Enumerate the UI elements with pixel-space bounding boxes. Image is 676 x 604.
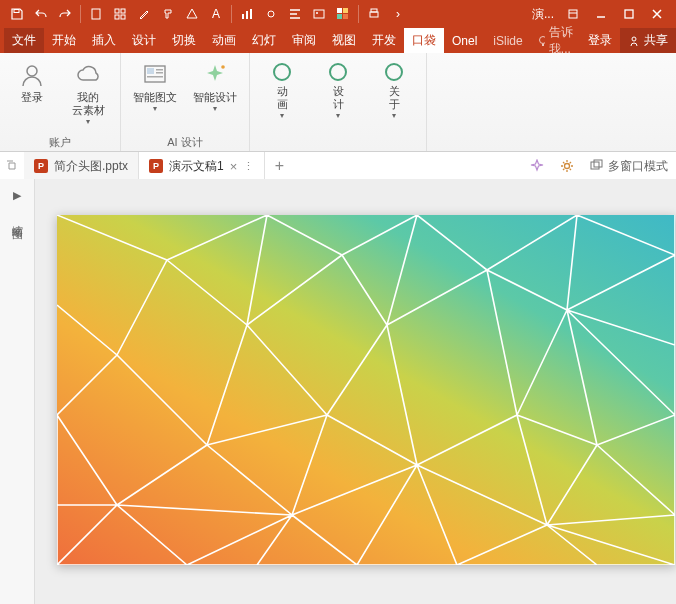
save-icon[interactable] bbox=[6, 3, 28, 25]
svg-rect-23 bbox=[147, 68, 154, 74]
chevron-down-icon: ▾ bbox=[280, 111, 284, 120]
doctab-1[interactable]: P 简介头图.pptx bbox=[24, 152, 139, 180]
svg-point-31 bbox=[565, 164, 570, 169]
svg-point-10 bbox=[316, 12, 318, 14]
print-icon[interactable] bbox=[363, 3, 385, 25]
ribbon-group-tools: 动 画 ▾ 设 计 ▾ 关 于 ▾ bbox=[250, 53, 427, 151]
qat-separator bbox=[80, 5, 81, 23]
doctab-1-label: 简介头图.pptx bbox=[54, 158, 128, 175]
minimize-icon[interactable] bbox=[588, 2, 614, 26]
align-icon[interactable] bbox=[284, 3, 306, 25]
undo-icon[interactable] bbox=[30, 3, 52, 25]
multi-window-button[interactable]: 多窗口模式 bbox=[582, 152, 676, 180]
tab-insert[interactable]: 插入 bbox=[84, 28, 124, 53]
smart-design-button[interactable]: 智能设计 ▾ bbox=[187, 57, 243, 117]
tab-home[interactable]: 开始 bbox=[44, 28, 84, 53]
add-tab-button[interactable]: + bbox=[265, 152, 293, 180]
svg-rect-8 bbox=[250, 9, 252, 19]
slide-1[interactable] bbox=[57, 215, 675, 565]
tab-transition[interactable]: 切换 bbox=[164, 28, 204, 53]
tab-onekey[interactable]: Onel bbox=[444, 28, 485, 53]
chevron-down-icon: ▾ bbox=[213, 104, 217, 113]
close-icon[interactable]: × bbox=[230, 159, 238, 174]
ribbon: 登录 我的 云素材 ▾ 账户 智能图文 ▾ 智能设计 ▾ AI 设计 bbox=[0, 53, 676, 152]
editor-area: ▶ 缩略图 bbox=[0, 179, 676, 604]
tab-review[interactable]: 审阅 bbox=[284, 28, 324, 53]
close-icon[interactable] bbox=[644, 2, 670, 26]
tab-slideshow[interactable]: 幻灯 bbox=[244, 28, 284, 53]
share-button[interactable]: 共享 bbox=[620, 28, 676, 53]
window-title: 演... bbox=[532, 6, 554, 23]
svg-rect-33 bbox=[594, 160, 602, 167]
pen-icon[interactable] bbox=[133, 3, 155, 25]
new-file-icon[interactable] bbox=[85, 3, 107, 25]
tell-me-text: 告诉我... bbox=[549, 24, 580, 58]
svg-point-27 bbox=[221, 65, 225, 69]
shape-icon[interactable] bbox=[181, 3, 203, 25]
layout-icon bbox=[141, 61, 169, 89]
svg-rect-34 bbox=[57, 215, 675, 565]
about-button[interactable]: 关 于 ▾ bbox=[368, 57, 420, 124]
slide-canvas[interactable] bbox=[35, 179, 676, 604]
share-label: 共享 bbox=[644, 32, 668, 49]
tell-me-search[interactable]: 告诉我... bbox=[531, 28, 580, 53]
svg-rect-25 bbox=[156, 72, 163, 74]
tab-animation[interactable]: 动画 bbox=[204, 28, 244, 53]
about-label: 关 于 bbox=[389, 85, 400, 111]
maximize-icon[interactable] bbox=[616, 2, 642, 26]
tab-islide[interactable]: iSlide bbox=[485, 28, 530, 53]
ribbon-options-icon[interactable] bbox=[560, 2, 586, 26]
gear-icon[interactable] bbox=[552, 152, 582, 180]
doctab-2-label: 演示文稿1 bbox=[169, 158, 224, 175]
user-icon bbox=[18, 61, 46, 89]
group-label-account: 账户 bbox=[49, 133, 71, 151]
chevron-right-icon[interactable]: ▶ bbox=[13, 189, 21, 202]
tab-pocket[interactable]: 口袋 bbox=[404, 28, 444, 53]
powerpoint-icon: P bbox=[149, 159, 163, 173]
design-button[interactable]: 设 计 ▾ bbox=[312, 57, 364, 124]
login-button[interactable]: 登录 bbox=[6, 57, 58, 108]
multi-window-label: 多窗口模式 bbox=[608, 158, 668, 175]
font-icon[interactable]: A bbox=[205, 3, 227, 25]
image-icon[interactable] bbox=[308, 3, 330, 25]
imgtext-label: 智能图文 bbox=[133, 91, 177, 104]
svg-point-30 bbox=[386, 64, 402, 80]
chevron-down-icon: ▾ bbox=[392, 111, 396, 120]
tab-dev[interactable]: 开发 bbox=[364, 28, 404, 53]
color-swatch-icon[interactable] bbox=[332, 3, 354, 25]
circle-icon bbox=[383, 61, 405, 83]
smart-imgtext-button[interactable]: 智能图文 ▾ bbox=[127, 57, 183, 117]
svg-rect-9 bbox=[314, 10, 324, 18]
outline-label: 缩略图 bbox=[10, 216, 25, 222]
cloud-assets-button[interactable]: 我的 云素材 ▾ bbox=[62, 57, 114, 130]
windows-icon bbox=[590, 159, 604, 173]
tab-file[interactable]: 文件 bbox=[4, 28, 44, 53]
more-icon[interactable]: › bbox=[387, 3, 409, 25]
sparkle-tool-icon[interactable] bbox=[522, 152, 552, 180]
qat-separator bbox=[358, 5, 359, 23]
cloud-icon bbox=[74, 61, 102, 89]
chart-icon[interactable] bbox=[236, 3, 258, 25]
anim-button[interactable]: 动 画 ▾ bbox=[256, 57, 308, 124]
svg-rect-24 bbox=[156, 69, 163, 71]
svg-rect-14 bbox=[343, 14, 348, 19]
circle-icon bbox=[327, 61, 349, 83]
link-icon[interactable] bbox=[260, 3, 282, 25]
tab-menu-icon[interactable]: ⋮ bbox=[243, 160, 254, 173]
svg-rect-0 bbox=[14, 10, 19, 13]
grid-icon[interactable] bbox=[109, 3, 131, 25]
svg-rect-11 bbox=[337, 8, 342, 13]
tab-design[interactable]: 设计 bbox=[124, 28, 164, 53]
doc-expand-icon[interactable] bbox=[0, 152, 24, 180]
doctab-2[interactable]: P 演示文稿1 × ⋮ bbox=[139, 152, 265, 180]
paint-icon[interactable] bbox=[157, 3, 179, 25]
svg-point-28 bbox=[274, 64, 290, 80]
redo-icon[interactable] bbox=[54, 3, 76, 25]
outline-pane[interactable]: ▶ 缩略图 bbox=[0, 179, 35, 604]
group-label-tools bbox=[336, 133, 339, 151]
tab-view[interactable]: 视图 bbox=[324, 28, 364, 53]
svg-rect-4 bbox=[115, 15, 119, 19]
login-link[interactable]: 登录 bbox=[580, 28, 620, 53]
chevron-down-icon: ▾ bbox=[86, 117, 90, 126]
svg-point-20 bbox=[632, 37, 636, 41]
